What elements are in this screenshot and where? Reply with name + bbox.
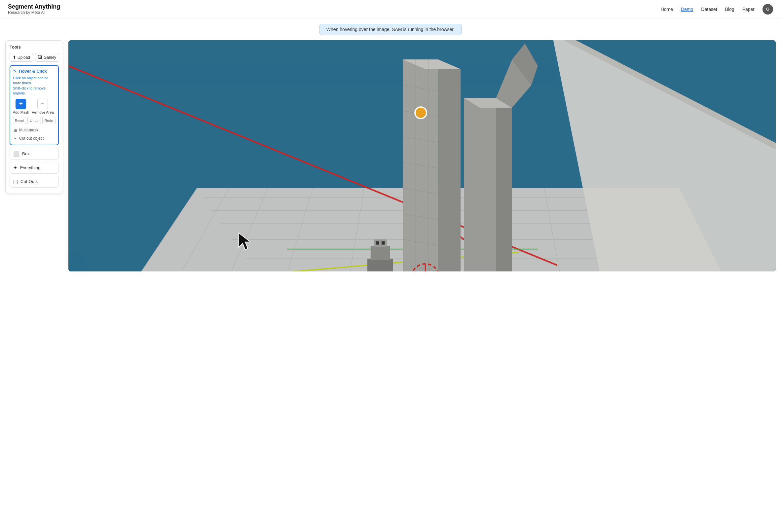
upload-button[interactable]: ⬆ Upload xyxy=(10,53,33,62)
box-tool[interactable]: ⬜ Box xyxy=(10,148,59,160)
remove-area-group: − Remove Area xyxy=(32,99,54,114)
nav-home[interactable]: Home xyxy=(661,7,673,12)
hover-click-desc: Click an object one or more times. Shift… xyxy=(13,76,55,96)
svg-point-56 xyxy=(415,107,426,119)
scene-canvas[interactable] xyxy=(68,40,776,271)
cut-out-icon: ✂ xyxy=(13,136,17,141)
svg-rect-55 xyxy=(381,241,385,245)
gallery-label: Gallery xyxy=(44,55,56,60)
remove-area-label: Remove Area xyxy=(32,110,54,114)
scene-svg xyxy=(68,40,776,271)
svg-rect-51 xyxy=(367,259,393,271)
cut-out-label: Cut out object xyxy=(19,136,44,141)
reset-button[interactable]: Reset xyxy=(13,117,26,124)
redo-button[interactable]: Redo xyxy=(42,117,55,124)
cursor-icon: ↖ xyxy=(13,69,17,74)
history-row: Reset Undo Redo xyxy=(13,117,55,124)
tools-panel: Tools ⬆ Upload 🖼 Gallery ↖ Hover & Click… xyxy=(5,40,63,194)
svg-rect-47 xyxy=(496,108,512,271)
svg-rect-46 xyxy=(464,98,496,271)
nav-dataset[interactable]: Dataset xyxy=(701,7,717,12)
avatar[interactable]: G xyxy=(763,4,773,14)
svg-rect-54 xyxy=(376,241,379,245)
cutouts-icon: ⬚ xyxy=(13,179,18,185)
remove-area-button[interactable]: − xyxy=(37,99,48,109)
nav-paper[interactable]: Paper xyxy=(742,7,754,12)
cut-out-item[interactable]: ✂ Cut out object xyxy=(13,135,55,142)
multi-mask-label: Multi-mask xyxy=(19,128,38,132)
banner-text: When hovering over the image, SAM is run… xyxy=(320,24,461,35)
everything-tool[interactable]: ✦ Everything xyxy=(10,162,59,174)
add-mask-label: Add Mask xyxy=(13,110,29,114)
gallery-icon: 🖼 xyxy=(38,55,42,60)
hover-click-title: ↖ Hover & Click xyxy=(13,69,55,74)
cutouts-label: Cut-Outs xyxy=(20,179,38,184)
brand: Segment Anything Research by Meta AI xyxy=(8,3,60,15)
upload-gallery-row: ⬆ Upload 🖼 Gallery xyxy=(10,53,59,62)
svg-rect-31 xyxy=(403,59,438,271)
upload-icon: ⬆ xyxy=(12,55,16,60)
hover-click-card: ↖ Hover & Click Click an object one or m… xyxy=(10,65,59,145)
cutouts-tool[interactable]: ⬚ Cut-Outs xyxy=(10,176,59,187)
extra-tools: ⊞ Multi-mask ✂ Cut out object xyxy=(13,127,55,142)
gallery-button[interactable]: 🖼 Gallery xyxy=(35,53,59,62)
add-mask-button[interactable]: + xyxy=(15,99,26,109)
banner: When hovering over the image, SAM is run… xyxy=(0,18,781,40)
header: Segment Anything Research by Meta AI Hom… xyxy=(0,0,781,18)
main-layout: Tools ⬆ Upload 🖼 Gallery ↖ Hover & Click… xyxy=(0,40,781,277)
app-subtitle: Research by Meta AI xyxy=(8,10,60,15)
nav-blog[interactable]: Blog xyxy=(725,7,734,12)
svg-rect-52 xyxy=(371,246,390,260)
image-area[interactable] xyxy=(68,40,776,271)
main-nav: Home Demo Dataset Blog Paper G xyxy=(661,4,773,14)
multi-mask-item[interactable]: ⊞ Multi-mask xyxy=(13,127,55,134)
nav-demo[interactable]: Demo xyxy=(681,7,693,12)
upload-label: Upload xyxy=(17,55,30,60)
box-label: Box xyxy=(22,151,29,156)
mask-buttons-row: + Add Mask − Remove Area xyxy=(13,99,55,114)
multi-mask-icon: ⊞ xyxy=(13,128,17,133)
box-icon: ⬜ xyxy=(13,151,19,157)
tools-title: Tools xyxy=(10,45,59,49)
everything-label: Everything xyxy=(20,165,40,170)
undo-button[interactable]: Undo xyxy=(28,117,41,124)
app-title: Segment Anything xyxy=(8,3,60,10)
add-mask-group: + Add Mask xyxy=(13,99,29,114)
everything-icon: ✦ xyxy=(13,165,17,171)
